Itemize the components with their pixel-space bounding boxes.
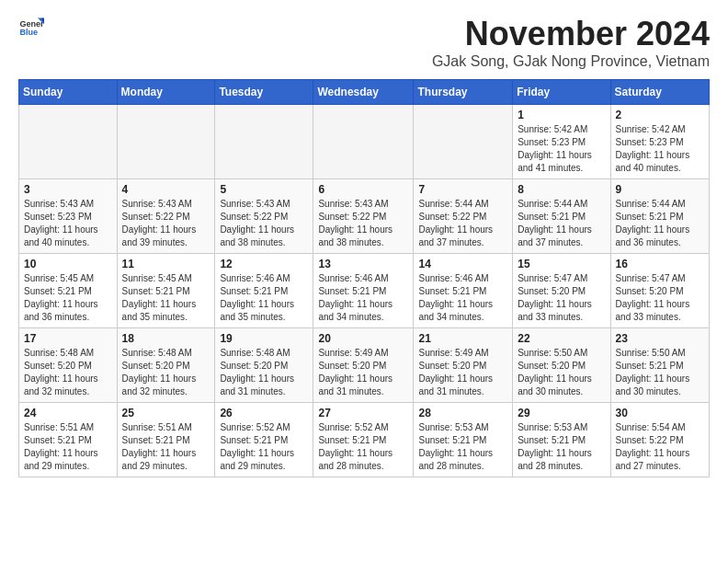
day-number: 30: [616, 407, 704, 419]
day-number: 3: [24, 183, 112, 196]
calendar-day-cell: 22Sunrise: 5:50 AM Sunset: 5:20 PM Dayli…: [513, 328, 610, 403]
svg-text:Blue: Blue: [19, 28, 38, 37]
day-info: Sunrise: 5:45 AM Sunset: 5:21 PM Dayligh…: [122, 272, 210, 324]
calendar-day-cell: [215, 105, 313, 179]
title-block: November 2024 GJak Song, GJak Nong Provi…: [432, 15, 710, 70]
day-number: 13: [318, 258, 408, 270]
day-number: 8: [518, 183, 605, 196]
day-number: 4: [122, 183, 210, 196]
calendar-table: SundayMondayTuesdayWednesdayThursdayFrid…: [18, 79, 710, 477]
calendar-day-cell: 19Sunrise: 5:48 AM Sunset: 5:20 PM Dayli…: [215, 328, 313, 403]
calendar-day-cell: 26Sunrise: 5:52 AM Sunset: 5:21 PM Dayli…: [215, 403, 313, 477]
weekday-cell: Thursday: [414, 80, 513, 105]
day-info: Sunrise: 5:50 AM Sunset: 5:21 PM Dayligh…: [616, 347, 704, 398]
weekday-cell: Saturday: [610, 80, 709, 105]
day-number: 27: [318, 407, 408, 419]
calendar-day-cell: 16Sunrise: 5:47 AM Sunset: 5:20 PM Dayli…: [610, 254, 709, 328]
day-info: Sunrise: 5:47 AM Sunset: 5:20 PM Dayligh…: [616, 272, 704, 324]
logo-icon: General Blue: [18, 15, 44, 40]
day-info: Sunrise: 5:47 AM Sunset: 5:20 PM Dayligh…: [518, 272, 605, 324]
calendar-week-row: 17Sunrise: 5:48 AM Sunset: 5:20 PM Dayli…: [19, 328, 710, 403]
day-number: 18: [122, 332, 210, 345]
calendar-day-cell: 7Sunrise: 5:44 AM Sunset: 5:22 PM Daylig…: [414, 179, 513, 254]
weekday-cell: Sunday: [19, 80, 118, 105]
day-number: 12: [220, 258, 308, 270]
day-number: 16: [616, 258, 704, 270]
day-number: 24: [24, 407, 112, 419]
day-number: 1: [518, 109, 605, 121]
day-number: 25: [122, 407, 210, 419]
day-info: Sunrise: 5:43 AM Sunset: 5:22 PM Dayligh…: [318, 198, 408, 249]
calendar-day-cell: 10Sunrise: 5:45 AM Sunset: 5:21 PM Dayli…: [19, 254, 118, 328]
day-number: 5: [220, 183, 308, 196]
day-number: 20: [318, 332, 408, 345]
day-number: 28: [418, 407, 507, 419]
month-year-title: November 2024: [432, 15, 710, 53]
day-info: Sunrise: 5:43 AM Sunset: 5:22 PM Dayligh…: [220, 198, 308, 249]
calendar-day-cell: [313, 105, 414, 179]
calendar-day-cell: 12Sunrise: 5:46 AM Sunset: 5:21 PM Dayli…: [215, 254, 313, 328]
day-info: Sunrise: 5:43 AM Sunset: 5:23 PM Dayligh…: [24, 198, 112, 249]
calendar-day-cell: 15Sunrise: 5:47 AM Sunset: 5:20 PM Dayli…: [513, 254, 610, 328]
page-header: General Blue November 2024 GJak Song, GJ…: [18, 15, 710, 70]
calendar-day-cell: 5Sunrise: 5:43 AM Sunset: 5:22 PM Daylig…: [215, 179, 313, 254]
weekday-cell: Friday: [513, 80, 610, 105]
day-number: 7: [418, 183, 507, 196]
day-number: 14: [418, 258, 507, 270]
day-number: 22: [518, 332, 605, 345]
day-info: Sunrise: 5:45 AM Sunset: 5:21 PM Dayligh…: [24, 272, 112, 324]
calendar-week-row: 10Sunrise: 5:45 AM Sunset: 5:21 PM Dayli…: [19, 254, 710, 328]
calendar-day-cell: [414, 105, 513, 179]
calendar-day-cell: 4Sunrise: 5:43 AM Sunset: 5:22 PM Daylig…: [117, 179, 215, 254]
weekday-cell: Wednesday: [313, 80, 414, 105]
day-number: 21: [418, 332, 507, 345]
day-info: Sunrise: 5:44 AM Sunset: 5:21 PM Dayligh…: [616, 198, 704, 249]
weekday-cell: Monday: [117, 80, 215, 105]
day-number: 11: [122, 258, 210, 270]
calendar-day-cell: 17Sunrise: 5:48 AM Sunset: 5:20 PM Dayli…: [19, 328, 118, 403]
day-number: 15: [518, 258, 605, 270]
calendar-day-cell: 28Sunrise: 5:53 AM Sunset: 5:21 PM Dayli…: [414, 403, 513, 477]
day-number: 29: [518, 407, 605, 419]
calendar-day-cell: 9Sunrise: 5:44 AM Sunset: 5:21 PM Daylig…: [610, 179, 709, 254]
calendar-day-cell: 11Sunrise: 5:45 AM Sunset: 5:21 PM Dayli…: [117, 254, 215, 328]
calendar-day-cell: 30Sunrise: 5:54 AM Sunset: 5:22 PM Dayli…: [610, 403, 709, 477]
day-number: 2: [616, 109, 704, 121]
calendar-day-cell: 6Sunrise: 5:43 AM Sunset: 5:22 PM Daylig…: [313, 179, 414, 254]
day-info: Sunrise: 5:53 AM Sunset: 5:21 PM Dayligh…: [418, 421, 507, 473]
day-info: Sunrise: 5:48 AM Sunset: 5:20 PM Dayligh…: [122, 347, 210, 398]
day-info: Sunrise: 5:51 AM Sunset: 5:21 PM Dayligh…: [24, 421, 112, 473]
location-subtitle: GJak Song, GJak Nong Province, Vietnam: [432, 53, 710, 70]
calendar-day-cell: [19, 105, 118, 179]
calendar-day-cell: 27Sunrise: 5:52 AM Sunset: 5:21 PM Dayli…: [313, 403, 414, 477]
day-info: Sunrise: 5:46 AM Sunset: 5:21 PM Dayligh…: [318, 272, 408, 324]
calendar-week-row: 24Sunrise: 5:51 AM Sunset: 5:21 PM Dayli…: [19, 403, 710, 477]
calendar-day-cell: 23Sunrise: 5:50 AM Sunset: 5:21 PM Dayli…: [610, 328, 709, 403]
day-number: 26: [220, 407, 308, 419]
day-info: Sunrise: 5:44 AM Sunset: 5:22 PM Dayligh…: [418, 198, 507, 249]
weekday-header-row: SundayMondayTuesdayWednesdayThursdayFrid…: [19, 80, 710, 105]
calendar-day-cell: 25Sunrise: 5:51 AM Sunset: 5:21 PM Dayli…: [117, 403, 215, 477]
day-info: Sunrise: 5:49 AM Sunset: 5:20 PM Dayligh…: [418, 347, 507, 398]
day-info: Sunrise: 5:52 AM Sunset: 5:21 PM Dayligh…: [220, 421, 308, 473]
calendar-day-cell: [117, 105, 215, 179]
day-info: Sunrise: 5:42 AM Sunset: 5:23 PM Dayligh…: [616, 123, 704, 175]
day-info: Sunrise: 5:44 AM Sunset: 5:21 PM Dayligh…: [518, 198, 605, 249]
day-info: Sunrise: 5:48 AM Sunset: 5:20 PM Dayligh…: [220, 347, 308, 398]
calendar-body: 1Sunrise: 5:42 AM Sunset: 5:23 PM Daylig…: [19, 105, 710, 477]
calendar-day-cell: 14Sunrise: 5:46 AM Sunset: 5:21 PM Dayli…: [414, 254, 513, 328]
calendar-day-cell: 20Sunrise: 5:49 AM Sunset: 5:20 PM Dayli…: [313, 328, 414, 403]
day-info: Sunrise: 5:42 AM Sunset: 5:23 PM Dayligh…: [518, 123, 605, 175]
day-info: Sunrise: 5:43 AM Sunset: 5:22 PM Dayligh…: [122, 198, 210, 249]
calendar-day-cell: 29Sunrise: 5:53 AM Sunset: 5:21 PM Dayli…: [513, 403, 610, 477]
calendar-day-cell: 3Sunrise: 5:43 AM Sunset: 5:23 PM Daylig…: [19, 179, 118, 254]
day-number: 19: [220, 332, 308, 345]
calendar-day-cell: 1Sunrise: 5:42 AM Sunset: 5:23 PM Daylig…: [513, 105, 610, 179]
day-info: Sunrise: 5:53 AM Sunset: 5:21 PM Dayligh…: [518, 421, 605, 473]
day-number: 23: [616, 332, 704, 345]
calendar-day-cell: 21Sunrise: 5:49 AM Sunset: 5:20 PM Dayli…: [414, 328, 513, 403]
day-info: Sunrise: 5:46 AM Sunset: 5:21 PM Dayligh…: [220, 272, 308, 324]
calendar-day-cell: 8Sunrise: 5:44 AM Sunset: 5:21 PM Daylig…: [513, 179, 610, 254]
calendar-week-row: 3Sunrise: 5:43 AM Sunset: 5:23 PM Daylig…: [19, 179, 710, 254]
logo: General Blue: [18, 15, 44, 40]
